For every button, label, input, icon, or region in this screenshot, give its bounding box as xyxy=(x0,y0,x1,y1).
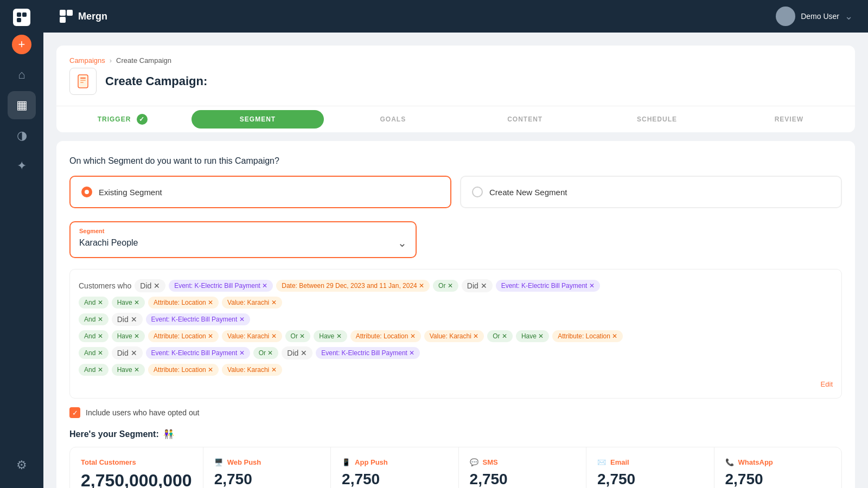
tag-or-2[interactable]: Or ✕ xyxy=(487,330,513,342)
svg-rect-5 xyxy=(60,17,66,23)
existing-segment-option[interactable]: Existing Segment xyxy=(69,176,451,208)
existing-segment-label: Existing Segment xyxy=(99,188,162,197)
svg-rect-0 xyxy=(17,12,21,17)
topbar-user[interactable]: Demo User ⌄ xyxy=(776,7,853,26)
create-new-segment-option[interactable]: Create New Segment xyxy=(460,176,842,208)
app-push-icon: 📱 xyxy=(342,458,350,466)
trigger-check-icon: ✓ xyxy=(137,114,148,125)
campaign-type-icon xyxy=(69,68,97,95)
tag-and-1[interactable]: And ✕ xyxy=(79,313,108,325)
topbar-logo-text: Mergn xyxy=(78,11,107,22)
breadcrumb-campaigns[interactable]: Campaigns xyxy=(69,56,105,65)
logo-icon xyxy=(13,9,30,26)
stat-app-push-value: 2,750 xyxy=(342,471,447,488)
tag-did-2[interactable]: Did ✕ xyxy=(112,313,143,326)
tag-have-1[interactable]: Have ✕ xyxy=(112,330,145,342)
tag-did-4[interactable]: Did ✕ xyxy=(282,346,312,359)
stat-sms-label: 💬 SMS xyxy=(470,458,575,466)
tag-event-2[interactable]: Event: K-Electric Bill Payment ✕ xyxy=(146,313,250,325)
stat-total-value: 2,750,000,000 xyxy=(81,471,192,488)
breadcrumb-separator: › xyxy=(110,56,112,65)
stat-email-value: 2,750 xyxy=(597,471,703,488)
segment-question: On which Segment do you want to run this… xyxy=(69,156,842,166)
tag-or-3[interactable]: Or ✕ xyxy=(253,347,279,359)
step-review[interactable]: REVIEW xyxy=(723,108,855,131)
chart-icon: ▦ xyxy=(16,98,28,112)
step-segment[interactable]: SEGMENT xyxy=(192,110,323,129)
tag-have-0[interactable]: Have ✕ xyxy=(112,297,145,309)
tags-row-5: And ✕ Have ✕ Attribute: Location ✕ Value… xyxy=(79,364,833,376)
stat-web-push-label: 🖥️ Web Push xyxy=(214,458,320,466)
tags-row-1: And ✕ Have ✕ Attribute: Location ✕ Value… xyxy=(79,297,833,309)
tag-did-3[interactable]: Did ✕ xyxy=(112,346,143,359)
customers-who-label: Customers who xyxy=(79,281,131,290)
step-trigger[interactable]: TRIGGER ✓ xyxy=(56,106,188,132)
stat-total-customers: Total Customers 2,750,000,000 xyxy=(70,447,203,488)
tag-and-0[interactable]: And ✕ xyxy=(79,297,108,309)
chevron-down-icon: ⌄ xyxy=(398,236,407,249)
tag-attr-1[interactable]: Attribute: Location ✕ xyxy=(148,330,219,342)
stat-app-push: 📱 App Push 2,750 xyxy=(331,447,458,488)
tags-row-4: And ✕ Did ✕ Event: K-Electric Bill Payme… xyxy=(79,346,833,359)
segment-dropdown-wrap: Segment Karachi People ⌄ xyxy=(69,221,417,258)
tag-event-4[interactable]: Event: K-Electric Bill Payment ✕ xyxy=(316,347,420,359)
tag-icon: ✦ xyxy=(17,159,27,173)
tag-date-0[interactable]: Date: Between 29 Dec, 2023 and 11 Jan, 2… xyxy=(276,280,430,292)
tag-and-4[interactable]: And ✕ xyxy=(79,364,108,376)
tag-and-3[interactable]: And ✕ xyxy=(79,347,108,359)
user-name: Demo User xyxy=(801,12,839,21)
segment-selected-value: Karachi People xyxy=(79,238,138,248)
tag-have-3[interactable]: Have ✕ xyxy=(516,330,549,342)
segment-dropdown[interactable]: Karachi People ⌄ xyxy=(79,236,407,249)
sidebar: + ⌂ ▦ ◑ ✦ ⚙ xyxy=(0,0,43,488)
sidebar-item-settings[interactable]: ⚙ xyxy=(8,451,36,479)
tag-event-0[interactable]: Event: K-Electric Bill Payment ✕ xyxy=(169,280,273,292)
opt-out-checkbox[interactable]: ✓ xyxy=(69,407,80,418)
sidebar-item-tag[interactable]: ✦ xyxy=(8,152,36,180)
tag-or-1[interactable]: Or ✕ xyxy=(285,330,311,342)
stat-sms: 💬 SMS 2,750 xyxy=(459,447,586,488)
topbar-logo: Mergn xyxy=(59,9,107,24)
campaign-header-card: Campaigns › Create Campaign xyxy=(56,46,855,132)
tag-attr-2[interactable]: Attribute: Location ✕ xyxy=(350,330,421,342)
tag-did-0[interactable]: Did ✕ xyxy=(135,279,165,292)
tag-val-0[interactable]: Value: Karachi ✕ xyxy=(222,297,282,309)
tag-val-2[interactable]: Value: Karachi ✕ xyxy=(424,330,484,342)
step-goals[interactable]: GOALS xyxy=(327,108,459,131)
tag-have-2[interactable]: Have ✕ xyxy=(314,330,347,342)
home-icon: ⌂ xyxy=(18,68,25,82)
steps-bar: TRIGGER ✓ SEGMENT GOALS CONTENT SCHEDULE xyxy=(56,106,855,132)
tag-event-1[interactable]: Event: K-Electric Bill Payment ✕ xyxy=(496,280,600,292)
tag-did-1[interactable]: Did ✕ xyxy=(462,279,493,292)
stat-web-push: 🖥️ Web Push 2,750 xyxy=(203,447,331,488)
tag-and-2[interactable]: And ✕ xyxy=(79,330,108,342)
tag-attr-4[interactable]: Attribute: Location ✕ xyxy=(148,364,219,376)
stat-whatsapp: 📞 WhatsApp 2,750 xyxy=(714,447,841,488)
stat-sms-value: 2,750 xyxy=(470,471,575,488)
tag-or-0[interactable]: Or ✕ xyxy=(433,280,458,292)
step-schedule[interactable]: SCHEDULE xyxy=(591,108,723,131)
page-content: Campaigns › Create Campaign xyxy=(43,33,868,488)
sidebar-item-pie[interactable]: ◑ xyxy=(8,121,36,150)
stat-web-push-value: 2,750 xyxy=(214,471,320,488)
email-icon: ✉️ xyxy=(597,458,606,466)
tag-val-3[interactable]: Value: Karachi ✕ xyxy=(222,364,282,376)
add-button[interactable]: + xyxy=(12,35,31,54)
tags-row-2: And ✕ Did ✕ Event: K-Electric Bill Payme… xyxy=(79,313,833,326)
tag-val-1[interactable]: Value: Karachi ✕ xyxy=(222,330,282,342)
segment-options: Existing Segment Create New Segment xyxy=(69,176,842,208)
tag-attr-0[interactable]: Attribute: Location ✕ xyxy=(148,297,219,309)
edit-link[interactable]: Edit xyxy=(79,380,833,388)
sidebar-item-chart[interactable]: ▦ xyxy=(8,91,36,119)
tag-have-4[interactable]: Have ✕ xyxy=(112,364,145,376)
create-new-segment-radio xyxy=(472,187,483,197)
sidebar-item-home[interactable]: ⌂ xyxy=(8,61,36,89)
tag-attr-3[interactable]: Attribute: Location ✕ xyxy=(552,330,623,342)
step-content[interactable]: CONTENT xyxy=(459,108,591,131)
sms-icon: 💬 xyxy=(470,458,478,466)
svg-rect-3 xyxy=(60,10,66,16)
web-push-icon: 🖥️ xyxy=(214,458,223,466)
svg-rect-9 xyxy=(80,82,84,83)
svg-rect-8 xyxy=(80,80,86,81)
tag-event-3[interactable]: Event: K-Electric Bill Payment ✕ xyxy=(146,347,250,359)
